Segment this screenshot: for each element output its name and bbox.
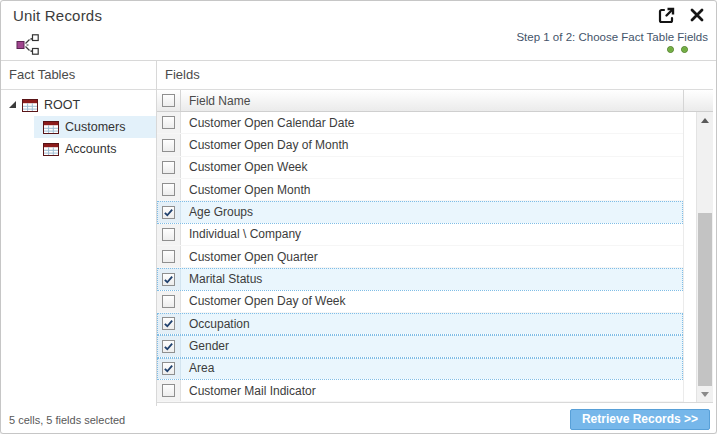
tree-item-label: Customers xyxy=(65,120,125,134)
select-all-checkbox[interactable] xyxy=(162,94,175,107)
field-checkbox[interactable] xyxy=(162,116,175,129)
table-icon xyxy=(43,121,59,134)
step-dot xyxy=(681,46,688,53)
row-checkbox-cell xyxy=(157,246,181,267)
field-name-label: Occupation xyxy=(181,313,683,334)
field-name-label: Customer Open Week xyxy=(181,157,683,178)
row-checkbox-cell xyxy=(157,112,181,133)
field-name-label: Customer Open Quarter xyxy=(181,246,683,267)
scroll-down-button[interactable] xyxy=(697,386,713,402)
field-row[interactable]: Customer Open Week xyxy=(157,157,683,179)
tree-item-customers[interactable]: Customers xyxy=(34,116,156,138)
titlebar: Unit Records xyxy=(1,1,716,29)
fact-tables-tree: ROOTCustomersAccounts xyxy=(1,90,156,160)
row-checkbox-cell xyxy=(157,358,181,379)
row-checkbox-cell xyxy=(157,291,181,312)
fields-panel: Fields Field Name Customer Open Calendar… xyxy=(157,61,716,406)
row-checkbox-cell xyxy=(157,179,181,200)
row-checkbox-cell xyxy=(157,134,181,155)
field-row[interactable]: Customer Mail Indicator xyxy=(157,380,683,402)
unit-records-dialog: Unit Records xyxy=(0,0,717,434)
field-checkbox[interactable] xyxy=(162,161,175,174)
fields-grid-header: Field Name xyxy=(157,90,713,112)
field-checkbox[interactable] xyxy=(162,362,175,375)
scroll-up-arrow-icon xyxy=(701,118,709,123)
row-checkbox-cell xyxy=(157,313,181,334)
wizard-step-block: Step 1 of 2: Choose Fact Table Fields xyxy=(516,31,708,53)
field-row[interactable]: Occupation xyxy=(157,313,683,335)
field-checkbox[interactable] xyxy=(162,317,175,330)
wizard-step-dots xyxy=(516,46,688,53)
field-row[interactable]: Customer Open Day of Week xyxy=(157,291,683,313)
scroll-up-button[interactable] xyxy=(697,112,713,128)
field-name-label: Customer Open Month xyxy=(181,179,683,200)
field-name-label: Age Groups xyxy=(181,201,683,222)
fields-header: Fields xyxy=(157,61,713,90)
field-checkbox[interactable] xyxy=(162,384,175,397)
table-icon xyxy=(43,143,59,156)
dialog-title: Unit Records xyxy=(13,7,102,24)
close-icon[interactable] xyxy=(690,8,704,22)
open-in-new-window-icon[interactable] xyxy=(658,7,675,24)
row-checkbox-cell xyxy=(157,224,181,245)
field-row[interactable]: Customer Open Month xyxy=(157,179,683,201)
rows-filler-column xyxy=(683,112,696,402)
expand-triangle-icon[interactable] xyxy=(9,101,16,108)
statusbar: 5 cells, 5 fields selected Retrieve Reco… xyxy=(1,406,716,433)
field-name-label: Customer Mail Indicator xyxy=(181,380,683,401)
row-checkbox-cell xyxy=(157,380,181,401)
field-checkbox[interactable] xyxy=(162,250,175,263)
field-checkbox[interactable] xyxy=(162,273,175,286)
fields-grid-body: Customer Open Calendar DateCustomer Open… xyxy=(157,112,713,403)
field-name-column-header[interactable]: Field Name xyxy=(181,90,683,111)
fields-grid: Field Name Customer Open Calendar DateCu… xyxy=(157,90,713,406)
row-checkbox-cell xyxy=(157,157,181,178)
row-checkbox-cell xyxy=(157,335,181,356)
field-checkbox[interactable] xyxy=(162,228,175,241)
retrieve-records-button[interactable]: Retrieve Records >> xyxy=(570,409,710,430)
field-checkbox[interactable] xyxy=(162,206,175,219)
field-name-label: Customer Open Day of Week xyxy=(181,291,683,312)
field-checkbox[interactable] xyxy=(162,295,175,308)
field-row[interactable]: Customer Open Quarter xyxy=(157,246,683,268)
field-name-label: Marital Status xyxy=(181,268,683,289)
field-checkbox[interactable] xyxy=(162,183,175,196)
fact-tables-panel: Fact Tables ROOTCustomersAccounts xyxy=(1,61,157,406)
header-scroll-gap xyxy=(696,90,713,111)
tree-item-label: ROOT xyxy=(44,98,80,112)
selection-summary: 5 cells, 5 fields selected xyxy=(9,414,125,426)
field-checkbox[interactable] xyxy=(162,340,175,353)
field-row[interactable]: Age Groups xyxy=(157,201,683,223)
field-row[interactable]: Gender xyxy=(157,335,683,357)
tree-item-accounts[interactable]: Accounts xyxy=(34,138,156,160)
field-name-label: Customer Open Day of Month xyxy=(181,134,683,155)
field-rows: Customer Open Calendar DateCustomer Open… xyxy=(157,112,683,402)
select-all-checkbox-cell xyxy=(157,90,181,111)
field-checkbox[interactable] xyxy=(162,139,175,152)
field-row[interactable]: Individual \ Company xyxy=(157,224,683,246)
vertical-scrollbar[interactable] xyxy=(696,112,713,402)
row-checkbox-cell xyxy=(157,201,181,222)
field-row[interactable]: Marital Status xyxy=(157,268,683,290)
field-name-label: Gender xyxy=(181,335,683,356)
scrollbar-thumb[interactable] xyxy=(698,213,712,386)
header-filler-cell xyxy=(683,90,696,111)
field-name-label: Area xyxy=(181,358,683,379)
dialog-body: Fact Tables ROOTCustomersAccounts Fields… xyxy=(1,60,716,406)
field-name-label: Customer Open Calendar Date xyxy=(181,112,683,133)
wizard-step-label: Step 1 of 2: Choose Fact Table Fields xyxy=(516,31,708,43)
schema-diagram-icon[interactable] xyxy=(14,32,40,56)
tree-item-root[interactable]: ROOT xyxy=(1,94,156,116)
field-row[interactable]: Area xyxy=(157,358,683,380)
field-name-label: Individual \ Company xyxy=(181,224,683,245)
toolbar: Step 1 of 2: Choose Fact Table Fields xyxy=(1,29,716,60)
step-dot xyxy=(667,46,674,53)
field-row[interactable]: Customer Open Calendar Date xyxy=(157,112,683,134)
tree-item-label: Accounts xyxy=(65,142,116,156)
fact-tables-header: Fact Tables xyxy=(1,61,156,90)
scrollbar-track[interactable] xyxy=(697,128,713,386)
scroll-down-arrow-icon xyxy=(701,392,709,397)
row-checkbox-cell xyxy=(157,268,181,289)
table-icon xyxy=(22,99,38,112)
field-row[interactable]: Customer Open Day of Month xyxy=(157,134,683,156)
